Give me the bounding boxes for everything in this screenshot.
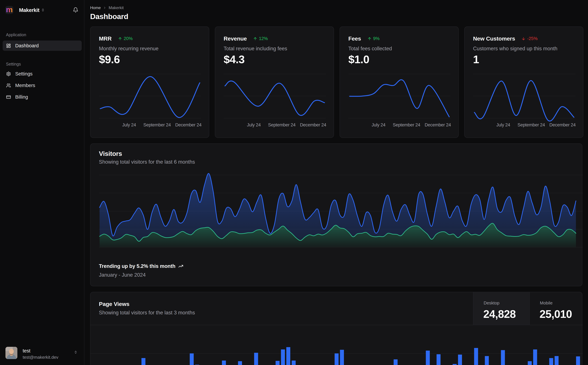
page-views-card: Page Views Showing total visitors for th… [90,292,582,365]
breadcrumb-current: Makerkit [109,6,124,10]
gear-icon [6,71,11,76]
user-name: test [23,348,30,354]
page-views-bar-chart [90,325,583,365]
svg-text:September 24: September 24 [268,122,296,127]
breadcrumb-home-link[interactable]: Home [90,6,101,10]
visitors-footer: Trending up by 5.2% this month [99,263,183,269]
visitors-trend-text: Trending up by 5.2% this month [99,263,175,269]
breadcrumb: Home Makerkit [90,6,124,10]
trending-up-icon [178,264,183,269]
page-views-description: Showing total visitors for the last 3 mo… [99,310,195,316]
fees-sparkline-chart: July 24September 24December 24 [340,27,459,138]
user-email: test@makerkit.dev [23,355,58,360]
sidebar-section-application: Application [6,32,26,37]
toggle-mobile[interactable]: Mobile 25,010 [529,292,582,325]
visitors-card: Visitors Showing total visitors for the … [90,143,582,286]
user-menu[interactable]: test test@makerkit.dev [0,345,84,362]
stat-card-mrr: MRR 20% Monthly recurring revenue $9.6 J… [90,27,209,138]
sidebar-item-members[interactable]: Members [3,81,82,90]
toggle-label: Desktop [484,301,499,306]
visitors-period: January - June 2024 [99,272,146,278]
dashboard-page: m Makerkit Application Dashboard Setting… [0,0,588,365]
svg-text:December 24: December 24 [549,122,576,127]
sidebar: m Makerkit Application Dashboard Setting… [0,0,84,365]
users-icon [6,83,11,88]
page-views-header: Page Views Showing total visitors for th… [90,292,583,325]
stat-card-new-customers: New Customers -25% Customers who signed … [464,27,583,138]
makerkit-logo[interactable]: m [5,6,14,14]
page-title: Dashboard [90,12,128,21]
revenue-sparkline-chart: July 24September 24December 24 [215,27,334,138]
avatar [6,347,17,359]
credit-card-icon [6,95,11,99]
svg-text:December 24: December 24 [300,122,326,127]
svg-text:July 24: July 24 [496,122,510,127]
sidebar-item-label: Settings [15,71,33,77]
sidebar-item-label: Billing [15,94,28,100]
toggle-desktop[interactable]: Desktop 24,828 [473,292,529,325]
toggle-value: 24,828 [483,308,516,320]
svg-text:September 24: September 24 [393,122,420,127]
svg-text:September 24: September 24 [143,122,171,127]
page-views-title: Page Views [99,301,130,307]
sidebar-item-dashboard[interactable]: Dashboard [3,41,82,51]
svg-text:December 24: December 24 [175,122,201,127]
sidebar-item-billing[interactable]: Billing [3,92,82,102]
sidebar-item-label: Dashboard [15,43,39,49]
toggle-label: Mobile [540,301,553,306]
mrr-sparkline-chart: July 24September 24December 24 [90,27,210,138]
svg-text:m: m [6,6,13,14]
stat-card-revenue: Revenue 12% Total revenue including fees… [215,27,334,138]
main-content: Home Makerkit Dashboard MRR 20% Monthly … [84,0,588,365]
new-customers-sparkline-chart: July 24September 24December 24 [465,27,584,138]
svg-text:July 24: July 24 [372,122,386,127]
svg-text:September 24: September 24 [518,122,545,127]
user-menu-chevrons-icon [74,351,77,354]
chevron-right-icon [103,6,106,9]
team-name[interactable]: Makerkit [19,7,39,13]
toggle-value: 25,010 [540,308,572,320]
team-switcher-chevrons-icon[interactable] [41,8,45,12]
sidebar-item-label: Members [15,83,35,88]
bell-icon[interactable] [73,7,78,13]
stat-card-fees: Fees 9% Total fees collected $1.0 July 2… [339,27,459,138]
sidebar-section-settings: Settings [6,62,21,67]
svg-text:December 24: December 24 [425,122,451,127]
sidebar-item-settings[interactable]: Settings [3,69,82,78]
svg-text:July 24: July 24 [122,122,136,127]
dashboard-icon [6,43,11,48]
svg-text:July 24: July 24 [247,122,261,127]
